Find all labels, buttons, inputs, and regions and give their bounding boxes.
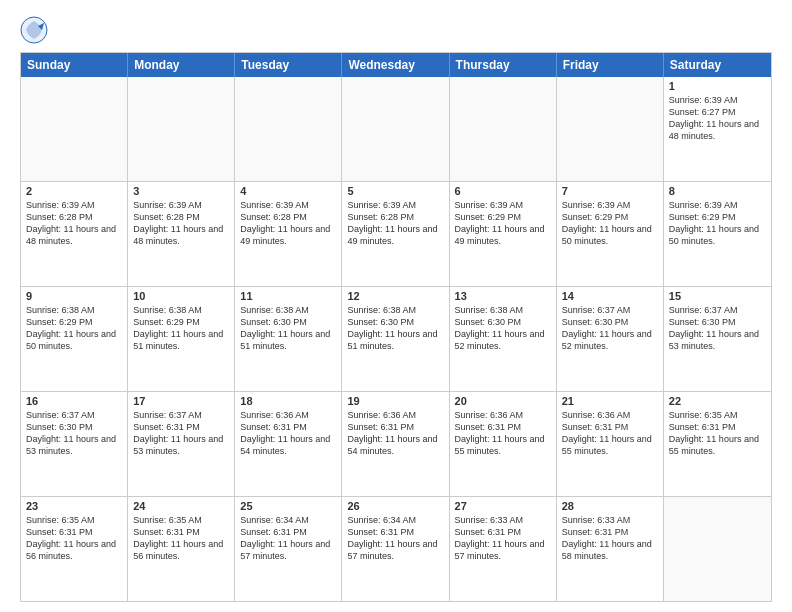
- day-cell: 17Sunrise: 6:37 AM Sunset: 6:31 PM Dayli…: [128, 392, 235, 496]
- day-number: 26: [347, 500, 443, 512]
- day-header: Wednesday: [342, 53, 449, 77]
- day-info: Sunrise: 6:39 AM Sunset: 6:28 PM Dayligh…: [347, 199, 443, 248]
- day-cell: 21Sunrise: 6:36 AM Sunset: 6:31 PM Dayli…: [557, 392, 664, 496]
- day-number: 4: [240, 185, 336, 197]
- day-info: Sunrise: 6:34 AM Sunset: 6:31 PM Dayligh…: [347, 514, 443, 563]
- day-cell: 8Sunrise: 6:39 AM Sunset: 6:29 PM Daylig…: [664, 182, 771, 286]
- day-number: 7: [562, 185, 658, 197]
- day-cell: [235, 77, 342, 181]
- week-row: 16Sunrise: 6:37 AM Sunset: 6:30 PM Dayli…: [21, 391, 771, 496]
- day-info: Sunrise: 6:37 AM Sunset: 6:30 PM Dayligh…: [669, 304, 766, 353]
- day-number: 3: [133, 185, 229, 197]
- day-info: Sunrise: 6:35 AM Sunset: 6:31 PM Dayligh…: [133, 514, 229, 563]
- calendar: SundayMondayTuesdayWednesdayThursdayFrid…: [20, 52, 772, 602]
- day-number: 21: [562, 395, 658, 407]
- day-cell: 11Sunrise: 6:38 AM Sunset: 6:30 PM Dayli…: [235, 287, 342, 391]
- day-number: 17: [133, 395, 229, 407]
- day-info: Sunrise: 6:39 AM Sunset: 6:28 PM Dayligh…: [240, 199, 336, 248]
- day-cell: [342, 77, 449, 181]
- day-number: 8: [669, 185, 766, 197]
- day-header: Monday: [128, 53, 235, 77]
- day-cell: 26Sunrise: 6:34 AM Sunset: 6:31 PM Dayli…: [342, 497, 449, 601]
- day-cell: 7Sunrise: 6:39 AM Sunset: 6:29 PM Daylig…: [557, 182, 664, 286]
- day-cell: 28Sunrise: 6:33 AM Sunset: 6:31 PM Dayli…: [557, 497, 664, 601]
- day-number: 23: [26, 500, 122, 512]
- day-cell: 14Sunrise: 6:37 AM Sunset: 6:30 PM Dayli…: [557, 287, 664, 391]
- day-number: 14: [562, 290, 658, 302]
- day-info: Sunrise: 6:38 AM Sunset: 6:29 PM Dayligh…: [26, 304, 122, 353]
- logo: [20, 16, 52, 44]
- day-number: 25: [240, 500, 336, 512]
- day-info: Sunrise: 6:35 AM Sunset: 6:31 PM Dayligh…: [26, 514, 122, 563]
- page: SundayMondayTuesdayWednesdayThursdayFrid…: [0, 0, 792, 612]
- day-info: Sunrise: 6:39 AM Sunset: 6:29 PM Dayligh…: [455, 199, 551, 248]
- day-cell: 25Sunrise: 6:34 AM Sunset: 6:31 PM Dayli…: [235, 497, 342, 601]
- week-row: 23Sunrise: 6:35 AM Sunset: 6:31 PM Dayli…: [21, 496, 771, 601]
- day-cell: 2Sunrise: 6:39 AM Sunset: 6:28 PM Daylig…: [21, 182, 128, 286]
- day-number: 15: [669, 290, 766, 302]
- day-cell: 1Sunrise: 6:39 AM Sunset: 6:27 PM Daylig…: [664, 77, 771, 181]
- day-header: Friday: [557, 53, 664, 77]
- day-cell: [128, 77, 235, 181]
- day-cell: 23Sunrise: 6:35 AM Sunset: 6:31 PM Dayli…: [21, 497, 128, 601]
- day-number: 24: [133, 500, 229, 512]
- day-header: Saturday: [664, 53, 771, 77]
- day-number: 6: [455, 185, 551, 197]
- day-number: 10: [133, 290, 229, 302]
- day-cell: 5Sunrise: 6:39 AM Sunset: 6:28 PM Daylig…: [342, 182, 449, 286]
- day-number: 2: [26, 185, 122, 197]
- day-info: Sunrise: 6:36 AM Sunset: 6:31 PM Dayligh…: [347, 409, 443, 458]
- day-number: 16: [26, 395, 122, 407]
- day-cell: 18Sunrise: 6:36 AM Sunset: 6:31 PM Dayli…: [235, 392, 342, 496]
- day-info: Sunrise: 6:37 AM Sunset: 6:31 PM Dayligh…: [133, 409, 229, 458]
- day-number: 20: [455, 395, 551, 407]
- day-number: 22: [669, 395, 766, 407]
- day-cell: 20Sunrise: 6:36 AM Sunset: 6:31 PM Dayli…: [450, 392, 557, 496]
- day-header: Thursday: [450, 53, 557, 77]
- day-cell: 3Sunrise: 6:39 AM Sunset: 6:28 PM Daylig…: [128, 182, 235, 286]
- day-number: 13: [455, 290, 551, 302]
- day-info: Sunrise: 6:34 AM Sunset: 6:31 PM Dayligh…: [240, 514, 336, 563]
- day-number: 18: [240, 395, 336, 407]
- day-cell: 12Sunrise: 6:38 AM Sunset: 6:30 PM Dayli…: [342, 287, 449, 391]
- day-info: Sunrise: 6:37 AM Sunset: 6:30 PM Dayligh…: [562, 304, 658, 353]
- day-info: Sunrise: 6:38 AM Sunset: 6:30 PM Dayligh…: [455, 304, 551, 353]
- day-number: 1: [669, 80, 766, 92]
- day-info: Sunrise: 6:36 AM Sunset: 6:31 PM Dayligh…: [455, 409, 551, 458]
- day-cell: 15Sunrise: 6:37 AM Sunset: 6:30 PM Dayli…: [664, 287, 771, 391]
- week-row: 2Sunrise: 6:39 AM Sunset: 6:28 PM Daylig…: [21, 181, 771, 286]
- day-number: 19: [347, 395, 443, 407]
- day-info: Sunrise: 6:36 AM Sunset: 6:31 PM Dayligh…: [562, 409, 658, 458]
- day-cell: 6Sunrise: 6:39 AM Sunset: 6:29 PM Daylig…: [450, 182, 557, 286]
- day-number: 27: [455, 500, 551, 512]
- day-cell: 4Sunrise: 6:39 AM Sunset: 6:28 PM Daylig…: [235, 182, 342, 286]
- day-header: Tuesday: [235, 53, 342, 77]
- day-number: 11: [240, 290, 336, 302]
- day-number: 5: [347, 185, 443, 197]
- day-cell: 10Sunrise: 6:38 AM Sunset: 6:29 PM Dayli…: [128, 287, 235, 391]
- day-cell: [450, 77, 557, 181]
- day-number: 12: [347, 290, 443, 302]
- day-info: Sunrise: 6:39 AM Sunset: 6:28 PM Dayligh…: [26, 199, 122, 248]
- day-header: Sunday: [21, 53, 128, 77]
- day-cell: 27Sunrise: 6:33 AM Sunset: 6:31 PM Dayli…: [450, 497, 557, 601]
- day-cell: [557, 77, 664, 181]
- day-cell: 24Sunrise: 6:35 AM Sunset: 6:31 PM Dayli…: [128, 497, 235, 601]
- day-info: Sunrise: 6:38 AM Sunset: 6:29 PM Dayligh…: [133, 304, 229, 353]
- day-cell: 9Sunrise: 6:38 AM Sunset: 6:29 PM Daylig…: [21, 287, 128, 391]
- day-info: Sunrise: 6:33 AM Sunset: 6:31 PM Dayligh…: [562, 514, 658, 563]
- day-info: Sunrise: 6:39 AM Sunset: 6:27 PM Dayligh…: [669, 94, 766, 143]
- week-row: 1Sunrise: 6:39 AM Sunset: 6:27 PM Daylig…: [21, 77, 771, 181]
- day-info: Sunrise: 6:37 AM Sunset: 6:30 PM Dayligh…: [26, 409, 122, 458]
- day-headers: SundayMondayTuesdayWednesdayThursdayFrid…: [21, 53, 771, 77]
- day-cell: 13Sunrise: 6:38 AM Sunset: 6:30 PM Dayli…: [450, 287, 557, 391]
- day-cell: [21, 77, 128, 181]
- day-info: Sunrise: 6:39 AM Sunset: 6:29 PM Dayligh…: [669, 199, 766, 248]
- day-number: 28: [562, 500, 658, 512]
- weeks: 1Sunrise: 6:39 AM Sunset: 6:27 PM Daylig…: [21, 77, 771, 601]
- day-info: Sunrise: 6:35 AM Sunset: 6:31 PM Dayligh…: [669, 409, 766, 458]
- day-cell: 16Sunrise: 6:37 AM Sunset: 6:30 PM Dayli…: [21, 392, 128, 496]
- day-cell: [664, 497, 771, 601]
- day-cell: 22Sunrise: 6:35 AM Sunset: 6:31 PM Dayli…: [664, 392, 771, 496]
- day-cell: 19Sunrise: 6:36 AM Sunset: 6:31 PM Dayli…: [342, 392, 449, 496]
